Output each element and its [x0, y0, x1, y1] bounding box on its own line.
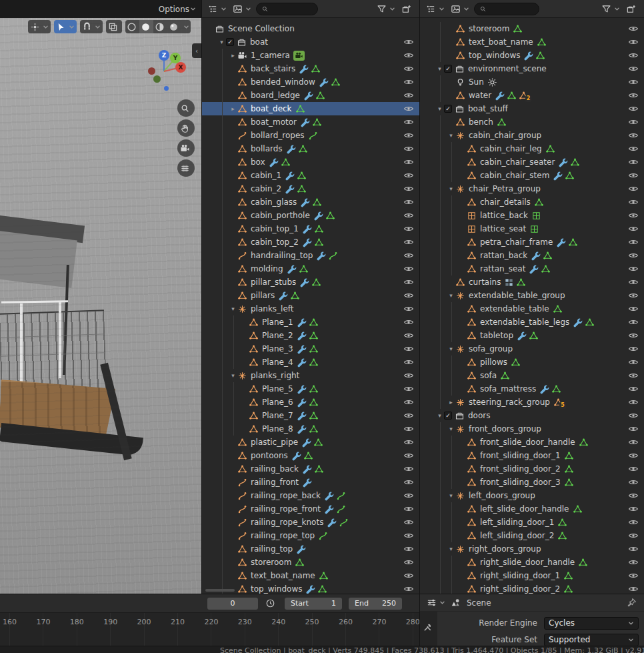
outliner-row-chair_Petra_group[interactable]: ▾chair_Petra_group — [420, 182, 644, 195]
hide-in-viewport-eye-icon[interactable] — [628, 464, 639, 474]
hide-in-viewport-eye-icon[interactable] — [628, 517, 639, 528]
outliner-row-text_boat_name[interactable]: text_boat_name — [420, 35, 644, 49]
outliner-row-Plane_3[interactable]: Plane_3 — [202, 342, 419, 356]
hide-in-viewport-eye-icon[interactable] — [628, 103, 639, 114]
active-camera-data-chip[interactable] — [293, 51, 305, 61]
hide-in-viewport-eye-icon[interactable] — [628, 557, 639, 568]
frame-end-field[interactable]: End 250 — [349, 598, 402, 610]
hide-in-viewport-eye-icon[interactable] — [628, 317, 639, 328]
outliner-row-right_sliding_door_1[interactable]: right_sliding_door_1 — [420, 569, 644, 582]
hide-in-viewport-eye-icon[interactable] — [403, 250, 414, 261]
hide-in-viewport-eye-icon[interactable] — [628, 290, 639, 301]
hide-in-viewport-eye-icon[interactable] — [403, 330, 414, 341]
hide-in-viewport-eye-icon[interactable] — [403, 183, 414, 194]
hide-in-viewport-eye-icon[interactable] — [628, 170, 639, 181]
outliner-row-cabin_top_1[interactable]: cabin_top_1 — [202, 222, 419, 235]
current-frame-field[interactable]: 0 — [207, 598, 258, 610]
hide-in-viewport-eye-icon[interactable] — [628, 437, 639, 448]
expand-toggle[interactable]: ▾ — [435, 62, 444, 75]
snap-magnet-dropdown[interactable] — [80, 20, 103, 33]
hide-in-viewport-eye-icon[interactable] — [628, 490, 639, 501]
outliner-row-plastic_pipe[interactable]: plastic_pipe — [202, 436, 419, 449]
hide-in-viewport-eye-icon[interactable] — [628, 210, 639, 221]
outliner-row-rattan_seat[interactable]: rattan_seat — [420, 262, 644, 275]
hide-in-viewport-eye-icon[interactable] — [403, 37, 414, 47]
hide-in-viewport-eye-icon[interactable] — [628, 250, 639, 261]
outliner-row-extendable_table[interactable]: extendable_table — [420, 302, 644, 315]
hide-in-viewport-eye-icon[interactable] — [628, 424, 639, 434]
hide-in-viewport-eye-icon[interactable] — [403, 90, 414, 101]
outliner-row-railing_rope_front[interactable]: railing_rope_front — [202, 502, 419, 516]
gizmo-x-axis[interactable]: X — [175, 62, 186, 73]
timeline-ruler[interactable]: 160170180190200210220230240250260270280 — [0, 613, 419, 646]
outliner-row-board_ledge[interactable]: board_ledge — [202, 89, 419, 102]
sidebar-collapse-tab[interactable]: ‹ — [192, 43, 201, 58]
hide-in-viewport-eye-icon[interactable] — [628, 23, 639, 34]
outliner-row-Scene Collection[interactable]: Scene Collection — [202, 22, 419, 35]
hide-in-viewport-eye-icon[interactable] — [403, 530, 414, 541]
hide-in-viewport-eye-icon[interactable] — [628, 477, 639, 488]
outliner-row-boat_stuff[interactable]: ▾✓boat_stuff — [420, 102, 644, 115]
hide-in-viewport-eye-icon[interactable] — [628, 77, 639, 87]
outliner-row-pillar_stubs[interactable]: pillar_stubs — [202, 275, 419, 289]
expand-toggle[interactable]: ▾ — [229, 302, 237, 315]
hide-in-viewport-eye-icon[interactable] — [403, 63, 414, 74]
outliner-row-bollards[interactable]: bollards — [202, 142, 419, 155]
hide-in-viewport-eye-icon[interactable] — [628, 410, 639, 421]
outliner-row-petra_chair_frame[interactable]: petra_chair_frame — [420, 235, 644, 249]
hide-in-viewport-eye-icon[interactable] — [403, 50, 414, 61]
outliner-row-sofa_group[interactable]: ▾sofa_group — [420, 342, 644, 356]
outliner-row-planks_right[interactable]: ▾planks_right — [202, 369, 419, 382]
hide-in-viewport-eye-icon[interactable] — [628, 157, 639, 167]
hide-in-viewport-eye-icon[interactable] — [403, 544, 414, 554]
3d-viewport[interactable]: Z Y X ‹ — [0, 18, 201, 594]
pin-icon[interactable] — [627, 598, 637, 608]
hide-in-viewport-eye-icon[interactable] — [403, 277, 414, 287]
hide-in-viewport-eye-icon[interactable] — [628, 570, 639, 581]
hide-in-viewport-eye-icon[interactable] — [628, 344, 639, 354]
outliner-row-box[interactable]: box — [202, 155, 419, 169]
hide-in-viewport-eye-icon[interactable] — [403, 584, 414, 594]
hide-in-viewport-eye-icon[interactable] — [403, 223, 414, 234]
outliner-row-bench[interactable]: bench — [420, 115, 644, 129]
outliner-row-Plane_2[interactable]: Plane_2 — [202, 329, 419, 342]
pan-button[interactable] — [177, 119, 195, 137]
shading-solid[interactable] — [139, 20, 153, 33]
expand-toggle[interactable]: ▾ — [447, 129, 455, 142]
display-mode-dropdown[interactable] — [231, 2, 253, 15]
hide-in-viewport-eye-icon[interactable] — [403, 397, 414, 408]
expand-toggle[interactable]: ▾ — [447, 342, 455, 356]
expand-toggle[interactable]: ▾ — [447, 182, 455, 195]
gizmo-neg-y-axis[interactable] — [153, 75, 161, 83]
expand-toggle[interactable]: ▾ — [447, 489, 455, 502]
hide-in-viewport-eye-icon[interactable] — [403, 504, 414, 514]
horizontal-scrollbar[interactable] — [205, 589, 235, 592]
outliner-row-right_sliding_door_2[interactable]: right_sliding_door_2 — [420, 582, 644, 594]
outliner-row-extendable_table_group[interactable]: ▾extendable_table_group — [420, 289, 644, 302]
expand-toggle[interactable]: ▾ — [217, 35, 226, 49]
collection-checkbox[interactable]: ✓ — [444, 412, 452, 420]
hide-in-viewport-eye-icon[interactable] — [403, 170, 414, 181]
expand-toggle[interactable]: ▸ — [229, 49, 237, 62]
filter-dropdown[interactable] — [600, 2, 621, 15]
shading-dropdown[interactable] — [181, 20, 191, 33]
display-mode-dropdown[interactable] — [449, 2, 471, 15]
outliner-row-cabin_chair_seater[interactable]: cabin_chair_seater — [420, 155, 644, 169]
outliner-row-pontoons[interactable]: pontoons — [202, 449, 419, 462]
hide-in-viewport-eye-icon[interactable] — [628, 183, 639, 194]
new-collection-button[interactable] — [400, 2, 415, 15]
hide-in-viewport-eye-icon[interactable] — [403, 410, 414, 421]
outliner-row-cabin_chair_group[interactable]: ▾cabin_chair_group — [420, 129, 644, 142]
hide-in-viewport-eye-icon[interactable] — [628, 90, 639, 101]
hide-in-viewport-eye-icon[interactable] — [628, 197, 639, 207]
hide-in-viewport-eye-icon[interactable] — [403, 517, 414, 528]
hide-in-viewport-eye-icon[interactable] — [403, 570, 414, 581]
hide-in-viewport-eye-icon[interactable] — [628, 330, 639, 341]
editor-type-dropdown[interactable] — [425, 2, 446, 15]
gizmo-z-axis[interactable]: Z — [159, 50, 169, 61]
outliner-row-railing_front[interactable]: railing_front — [202, 476, 419, 489]
outliner-row-curtains[interactable]: curtains — [420, 275, 644, 289]
shading-material[interactable] — [153, 20, 167, 33]
expand-toggle[interactable]: ▾ — [447, 422, 455, 436]
expand-toggle[interactable]: ▾ — [447, 542, 455, 556]
